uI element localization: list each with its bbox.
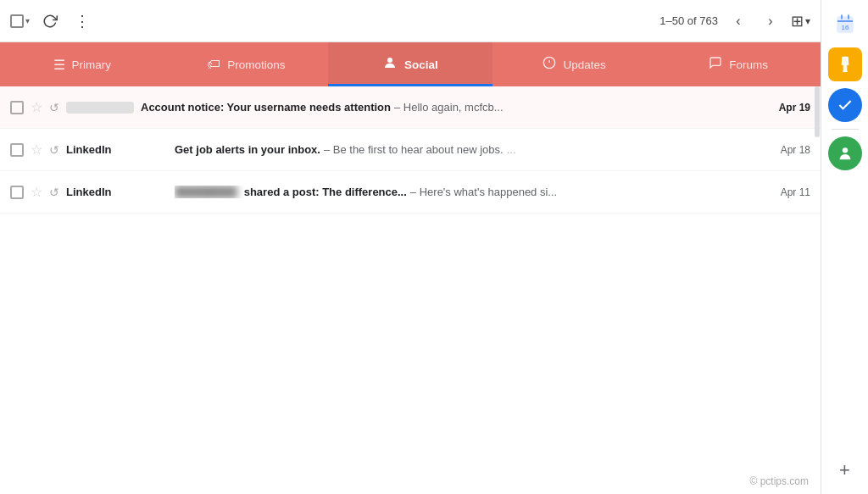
svg-rect-10 [843,64,847,71]
email-more: ... [507,143,516,156]
sidebar-item-contacts[interactable] [828,136,862,170]
forums-tab-icon [709,56,722,73]
sender-name: LinkedIn [66,186,168,198]
email-subject-preview: Get job alerts in your inbox. – Be the f… [175,143,767,156]
email-date: Apr 11 [781,186,810,198]
sidebar-divider [832,129,859,130]
sidebar-add-button[interactable]: + [828,453,862,487]
select-all-checkbox[interactable] [10,14,24,28]
reply-icon: ↺ [49,143,59,157]
tasks-icon [837,97,854,114]
blurred-sender: ████████ [175,186,237,198]
tab-updates[interactable]: Updates [492,42,657,86]
tabs-bar: ☰ Primary 🏷 Promotions Social Updates Fo… [0,42,821,86]
view-toggle: ⊞ ▾ [791,12,810,31]
view-dropdown-icon[interactable]: ▾ [805,15,810,27]
keep-icon [836,55,854,74]
email-checkbox[interactable] [10,101,24,114]
forums-tab-label: Forums [729,58,768,71]
calendar-icon: 16 [835,14,855,34]
more-vert-icon: ⋮ [75,12,91,31]
svg-point-0 [387,58,392,63]
promotions-tab-icon: 🏷 [207,57,220,72]
table-row[interactable]: ☆ ↺ LinkedIn ████████ shared a post: The… [0,171,821,214]
gmail-main: ▾ ⋮ 1–50 of 763 ‹ › ⊞ ▾ [0,0,821,494]
primary-tab-icon: ☰ [53,57,65,73]
scroll-track [814,86,821,494]
scroll-thumb[interactable] [815,86,820,137]
sender-name [66,102,134,114]
email-preview: – Here's what's happened si... [410,186,557,198]
table-row[interactable]: ☆ ↺ Account notice: Your username needs … [0,86,821,129]
email-subject: Get job alerts in your inbox. [175,143,320,156]
svg-point-11 [842,147,847,153]
svg-text:16: 16 [841,24,849,31]
tab-promotions[interactable]: 🏷 Promotions [164,42,329,86]
prev-page-button[interactable]: ‹ [726,9,750,33]
primary-tab-label: Primary [72,58,112,71]
toolbar-left: ▾ ⋮ [10,8,653,35]
reply-icon: ↺ [49,101,59,114]
email-subject-preview: ████████ shared a post: The difference..… [175,186,767,198]
email-checkbox[interactable] [10,143,24,157]
star-icon[interactable]: ☆ [31,142,42,158]
svg-rect-9 [842,57,848,64]
pagination-text: 1–50 of 763 [659,14,718,27]
email-subject: Account notice: Your username needs atte… [141,101,391,114]
promotions-tab-label: Promotions [227,58,285,71]
toolbar: ▾ ⋮ 1–50 of 763 ‹ › ⊞ ▾ [0,0,821,42]
right-sidebar: 16 + [821,0,868,494]
email-date: Apr 19 [779,102,810,114]
sidebar-item-calendar[interactable]: 16 [828,7,862,41]
social-tab-label: Social [404,58,438,71]
next-page-button[interactable]: › [759,9,782,33]
email-list: ☆ ↺ Account notice: Your username needs … [0,86,821,494]
add-icon: + [839,459,850,481]
email-preview: – Hello again, mcfcb... [394,101,504,114]
star-icon[interactable]: ☆ [31,184,42,200]
footer-text: © pctips.com [749,475,809,487]
table-row[interactable]: ☆ ↺ LinkedIn Get job alerts in your inbo… [0,129,821,171]
grid-view-icon[interactable]: ⊞ [791,12,804,31]
reply-icon: ↺ [49,186,59,199]
tab-primary[interactable]: ☰ Primary [0,42,164,86]
sidebar-item-keep[interactable] [828,47,862,81]
sidebar-item-tasks[interactable] [828,88,862,122]
toolbar-right: 1–50 of 763 ‹ › ⊞ ▾ [659,9,810,33]
email-subject-preview: Account notice: Your username needs atte… [141,101,765,114]
refresh-icon [42,14,58,29]
updates-tab-icon [542,56,556,73]
tab-forums[interactable]: Forums [656,42,821,86]
star-icon[interactable]: ☆ [31,99,42,115]
sender-name: LinkedIn [66,143,168,156]
select-all-wrapper: ▾ [10,14,31,28]
footer: © pctips.com [749,475,809,487]
more-options-button[interactable]: ⋮ [69,8,96,35]
email-subject: shared a post: The difference... [244,186,407,198]
email-date: Apr 18 [781,144,810,156]
contacts-icon [836,144,854,163]
next-arrow-icon: › [768,14,772,29]
select-chevron-icon[interactable]: ▾ [24,14,31,27]
email-checkbox[interactable] [10,186,24,199]
prev-arrow-icon: ‹ [736,14,740,29]
email-preview: – Be the first to hear about new jobs. [324,143,504,156]
social-tab-icon [382,55,398,75]
tab-social[interactable]: Social [328,42,492,86]
updates-tab-label: Updates [563,58,605,71]
refresh-button[interactable] [36,8,64,35]
